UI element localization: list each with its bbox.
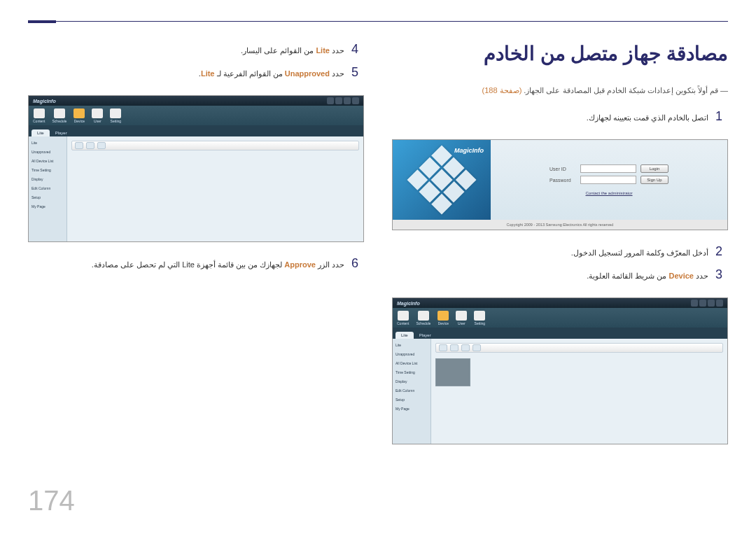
device-icon bbox=[74, 108, 85, 118]
nav-content[interactable]: Content bbox=[33, 108, 46, 123]
header-icon[interactable] bbox=[699, 300, 706, 307]
nav-content[interactable]: Content bbox=[397, 311, 410, 325]
tab-lite[interactable]: Lite bbox=[396, 332, 414, 339]
step-3: 3 حدد Device من شريط القائمة العلوية. bbox=[392, 267, 728, 282]
sidebar-item[interactable]: All Device List bbox=[394, 360, 429, 367]
app-sidebar: Lite Unapproved All Device List Time Set… bbox=[393, 339, 431, 444]
step-5: 5 حدد Unapproved من القوائم الفرعية لـ L… bbox=[28, 65, 364, 80]
sidebar-item[interactable]: Display bbox=[394, 378, 429, 385]
login-body: User ID Login Password Sign Up Contact t… bbox=[393, 140, 727, 220]
password-row: Password Sign Up bbox=[550, 176, 668, 184]
sidebar-item[interactable]: My Page bbox=[30, 203, 65, 210]
app-content bbox=[67, 136, 363, 241]
note-text: ― قم أولاً بتكوين إعدادات شبكة الخادم قب… bbox=[522, 86, 728, 94]
header-icon[interactable] bbox=[716, 300, 723, 307]
tab-player[interactable]: Player bbox=[414, 332, 437, 339]
tab-lite[interactable]: Lite bbox=[31, 129, 50, 136]
header-icon[interactable] bbox=[335, 97, 342, 104]
app-nav: Content Schedule Device User Setting bbox=[393, 308, 727, 328]
header-icon[interactable] bbox=[352, 97, 359, 104]
sidebar-item[interactable]: Edit Column bbox=[30, 185, 65, 192]
login-form: User ID Login Password Sign Up Contact t… bbox=[491, 140, 727, 220]
toolbar-button[interactable] bbox=[439, 344, 447, 351]
page-body: مصادقة جهاز متصل من الخادم ― قم أولاً بت… bbox=[0, 0, 756, 479]
sidebar-item[interactable]: Time Setting bbox=[394, 369, 429, 376]
step-text: حدد Device من شريط القائمة العلوية. bbox=[392, 272, 708, 281]
header-icons bbox=[691, 300, 723, 307]
userid-row: User ID Login bbox=[550, 164, 668, 173]
toolbar-button[interactable] bbox=[450, 344, 458, 351]
toolbar-button[interactable] bbox=[461, 344, 470, 351]
step-number: 1 bbox=[715, 109, 728, 124]
app-content bbox=[431, 339, 727, 444]
device-thumbnail[interactable] bbox=[435, 358, 470, 386]
step-number: 4 bbox=[351, 42, 364, 57]
page-top-rule bbox=[28, 21, 728, 22]
toolbar-button[interactable] bbox=[472, 344, 481, 351]
device-app-screenshot: MagicInfo Content Schedule Device User S… bbox=[392, 297, 728, 444]
nav-user[interactable]: User bbox=[92, 108, 103, 123]
device-icon bbox=[438, 311, 449, 321]
sidebar-item[interactable]: Unapproved bbox=[30, 148, 65, 155]
user-icon bbox=[92, 108, 103, 118]
brand-logo: MagicInfo bbox=[454, 147, 484, 154]
app-body: Lite Unapproved All Device List Time Set… bbox=[29, 136, 363, 241]
nav-setting[interactable]: Setting bbox=[474, 311, 485, 325]
sidebar-item[interactable]: All Device List bbox=[30, 157, 65, 164]
step-text: أدخل المعرّف وكلمة المرور لتسجيل الدخول. bbox=[392, 248, 708, 258]
right-column: مصادقة جهاز متصل من الخادم ― قم أولاً بت… bbox=[392, 42, 728, 458]
nav-setting[interactable]: Setting bbox=[110, 108, 121, 123]
login-screenshot: User ID Login Password Sign Up Contact t… bbox=[392, 139, 728, 230]
signup-button[interactable]: Sign Up bbox=[640, 176, 668, 184]
tab-player[interactable]: Player bbox=[50, 129, 73, 136]
sidebar-item[interactable]: Time Setting bbox=[30, 167, 65, 174]
setting-icon bbox=[110, 108, 121, 118]
nav-device[interactable]: Device bbox=[438, 311, 449, 325]
content-toolbar bbox=[71, 141, 359, 150]
contact-admin-link[interactable]: Contact the administrator bbox=[585, 191, 632, 195]
app-nav: Content Schedule Device User Setting bbox=[29, 106, 363, 125]
content-toolbar bbox=[435, 343, 723, 353]
sidebar-item[interactable]: Unapproved bbox=[394, 351, 429, 358]
step-1: 1 اتصل بالخادم الذي قمت بتعيينه لجهازك. bbox=[392, 109, 728, 124]
sidebar-item[interactable]: Edit Column bbox=[394, 387, 429, 394]
diamond-graphic bbox=[407, 146, 477, 215]
step-number: 2 bbox=[715, 244, 728, 259]
nav-schedule[interactable]: Schedule bbox=[52, 108, 67, 123]
step-text: اتصل بالخادم الذي قمت بتعيينه لجهازك. bbox=[392, 113, 708, 122]
header-icon[interactable] bbox=[708, 300, 715, 307]
userid-label: User ID bbox=[550, 167, 576, 171]
sidebar-item[interactable]: Setup bbox=[30, 194, 65, 201]
app-brand: MagicInfo bbox=[33, 99, 56, 104]
step-text: حدد Lite من القوائم على اليسار. bbox=[28, 46, 344, 55]
password-input[interactable] bbox=[580, 176, 636, 184]
sidebar-item[interactable]: Display bbox=[30, 176, 65, 183]
nav-user[interactable]: User bbox=[456, 311, 467, 325]
nav-schedule[interactable]: Schedule bbox=[416, 311, 431, 325]
userid-input[interactable] bbox=[580, 164, 636, 173]
password-label: Password bbox=[550, 178, 576, 183]
sidebar-item[interactable]: Setup bbox=[394, 396, 429, 403]
schedule-icon bbox=[418, 311, 429, 321]
toolbar-button[interactable] bbox=[86, 142, 94, 149]
sidebar-item[interactable]: Lite bbox=[394, 342, 429, 349]
app-header: MagicInfo bbox=[393, 298, 727, 308]
header-icons bbox=[327, 97, 359, 104]
login-branding: MagicInfo bbox=[393, 140, 491, 220]
server-note: ― قم أولاً بتكوين إعدادات شبكة الخادم قب… bbox=[392, 86, 728, 95]
app-brand: MagicInfo bbox=[397, 301, 420, 306]
app-tabs: Lite Player bbox=[393, 328, 727, 339]
header-icon[interactable] bbox=[344, 97, 351, 104]
header-icon[interactable] bbox=[691, 300, 698, 307]
toolbar-button[interactable] bbox=[97, 142, 106, 149]
left-column: 4 حدد Lite من القوائم على اليسار. 5 حدد … bbox=[28, 42, 364, 458]
nav-device[interactable]: Device bbox=[74, 108, 85, 123]
login-button[interactable]: Login bbox=[640, 164, 668, 173]
schedule-icon bbox=[54, 108, 65, 118]
step-text: حدد Unapproved من القوائم الفرعية لـ Lit… bbox=[28, 69, 344, 78]
toolbar-button[interactable] bbox=[75, 142, 83, 149]
header-icon[interactable] bbox=[327, 97, 334, 104]
sidebar-item[interactable]: My Page bbox=[394, 405, 429, 412]
sidebar-item[interactable]: Lite bbox=[30, 139, 65, 146]
user-icon bbox=[456, 311, 467, 321]
